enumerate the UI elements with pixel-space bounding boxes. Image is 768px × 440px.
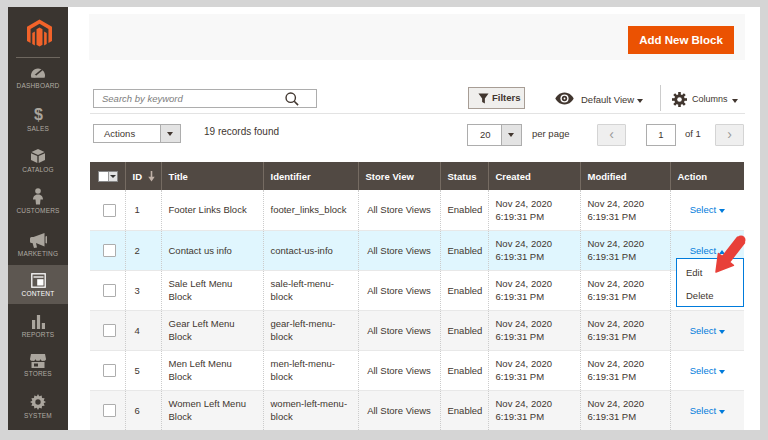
svg-text:$: $ — [34, 106, 43, 123]
